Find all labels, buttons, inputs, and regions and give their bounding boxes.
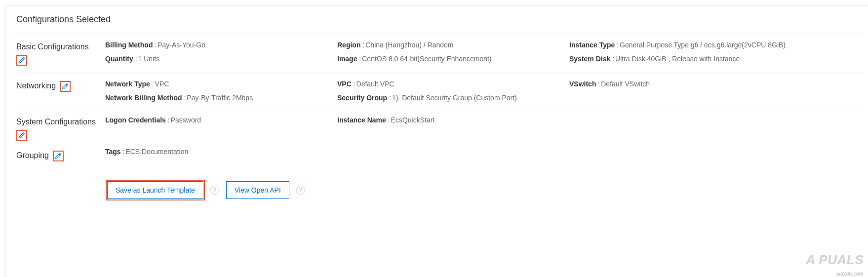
- section-system-group: System Configurations Grouping Logon Cre…: [5, 109, 868, 168]
- field-region: Region China (Hangzhou) / Random: [337, 41, 569, 49]
- col2: Region China (Hangzhou) / Random Image C…: [337, 41, 569, 66]
- section-networking: Networking Network Type VPC Network Bill…: [5, 73, 868, 109]
- field-value: Ultra Disk 40GiB , Release with Instance: [615, 55, 740, 63]
- field-system-disk: System Disk Ultra Disk 40GiB , Release w…: [569, 55, 862, 63]
- section-label-system: System Configurations Grouping: [16, 116, 105, 161]
- col3: VSwitch Default VSwitch: [569, 80, 862, 102]
- cols: Network Type VPC Network Billing Method …: [105, 80, 862, 102]
- save-template-button[interactable]: Save as Launch Template: [107, 181, 203, 199]
- col2: VPC Default VPC Security Group 1). Defau…: [337, 80, 569, 102]
- col1: Network Type VPC Network Billing Method …: [105, 80, 337, 102]
- section-label-grouping: Grouping: [16, 150, 105, 161]
- edit-system-button[interactable]: [16, 130, 27, 141]
- field-quantity: Quantity 1 Units: [105, 55, 337, 63]
- field-security-group: Security Group 1). Default Security Grou…: [337, 94, 569, 102]
- field-vswitch: VSwitch Default VSwitch: [569, 80, 862, 88]
- field-value: General Purpose Type g6 / ecs.g6.large(2…: [620, 41, 786, 49]
- col1: Logon Credentials Password Tags ECS:Docu…: [105, 116, 337, 161]
- field-value: Default VPC: [356, 80, 395, 88]
- field-value: EcsQuickStart: [391, 116, 435, 124]
- field-label: Instance Type: [569, 41, 619, 49]
- field-label: Network Billing Method: [105, 94, 186, 102]
- field-value: Password: [171, 116, 201, 124]
- field-network-billing: Network Billing Method Pay-By-Traffic 2M…: [105, 94, 337, 102]
- field-label: Network Type: [105, 80, 154, 88]
- pencil-icon: [62, 83, 69, 90]
- field-value: 1 Units: [138, 55, 160, 63]
- watermark: wsxdn.com: [836, 271, 864, 277]
- cols: Logon Credentials Password Tags ECS:Docu…: [105, 116, 862, 161]
- field-tags: Tags ECS:Documentation: [105, 148, 337, 156]
- field-label: VPC: [337, 80, 355, 88]
- col2: Instance Name EcsQuickStart: [337, 116, 569, 161]
- col1: Billing Method Pay-As-You-Go Quantity 1 …: [105, 41, 337, 66]
- pencil-icon: [55, 153, 62, 159]
- field-value: 1). Default Security Group (Custom Port): [392, 94, 517, 102]
- field-label: Security Group: [337, 94, 391, 102]
- field-value: CentOS 8.0 64-bit(Security Enhancement): [362, 55, 491, 63]
- field-value: Pay-By-Traffic 2Mbps: [187, 94, 253, 102]
- field-label: Logon Credentials: [105, 116, 170, 124]
- field-label: Billing Method: [105, 41, 157, 49]
- view-api-button[interactable]: View Open API: [226, 181, 289, 199]
- label-text: Networking: [16, 81, 56, 90]
- field-network-type: Network Type VPC: [105, 80, 337, 88]
- field-label: Quantity: [105, 55, 137, 63]
- help-icon[interactable]: ?: [210, 186, 219, 195]
- field-value: Default VSwitch: [601, 80, 650, 88]
- field-image: Image CentOS 8.0 64-bit(Security Enhance…: [337, 55, 569, 63]
- edit-grouping-button[interactable]: [53, 151, 64, 161]
- field-value: Pay-As-You-Go: [158, 41, 205, 49]
- field-vpc: VPC Default VPC: [337, 80, 569, 88]
- section-label-networking: Networking: [16, 80, 105, 102]
- config-panel: Configurations Selected Basic Configurat…: [5, 5, 868, 277]
- col3: Instance Type General Purpose Type g6 / …: [569, 41, 862, 66]
- panel-title: Configurations Selected: [5, 5, 868, 34]
- field-label: System Disk: [569, 55, 614, 63]
- field-instance-type: Instance Type General Purpose Type g6 / …: [569, 41, 862, 49]
- section-label-basic: Basic Configurations: [16, 41, 105, 66]
- pencil-icon: [18, 132, 25, 139]
- edit-basic-button[interactable]: [16, 55, 27, 66]
- help-icon[interactable]: ?: [296, 186, 305, 195]
- field-value: China (Hangzhou) / Random: [365, 41, 453, 49]
- field-logon: Logon Credentials Password: [105, 116, 337, 124]
- field-value: VPC: [155, 80, 169, 88]
- field-label: Image: [337, 55, 361, 63]
- field-billing-method: Billing Method Pay-As-You-Go: [105, 41, 337, 49]
- field-label: Tags: [105, 148, 124, 156]
- cols: Billing Method Pay-As-You-Go Quantity 1 …: [105, 41, 862, 66]
- label-text: System Configurations: [16, 118, 96, 126]
- field-instance-name: Instance Name EcsQuickStart: [337, 116, 569, 124]
- pencil-icon: [18, 57, 25, 64]
- field-label: Region: [337, 41, 364, 49]
- section-basic: Basic Configurations Billing Method Pay-…: [5, 34, 868, 73]
- brand-logo: A PUALS: [806, 252, 864, 268]
- field-value: ECS:Documentation: [125, 148, 188, 156]
- label-text: Basic Configurations: [16, 42, 89, 51]
- field-label: VSwitch: [569, 80, 600, 88]
- col3: [569, 116, 862, 161]
- field-label: Instance Name: [337, 116, 390, 124]
- label-text: Grouping: [16, 151, 49, 159]
- footer: Save as Launch Template ? View Open API …: [5, 168, 868, 209]
- edit-networking-button[interactable]: [60, 81, 71, 92]
